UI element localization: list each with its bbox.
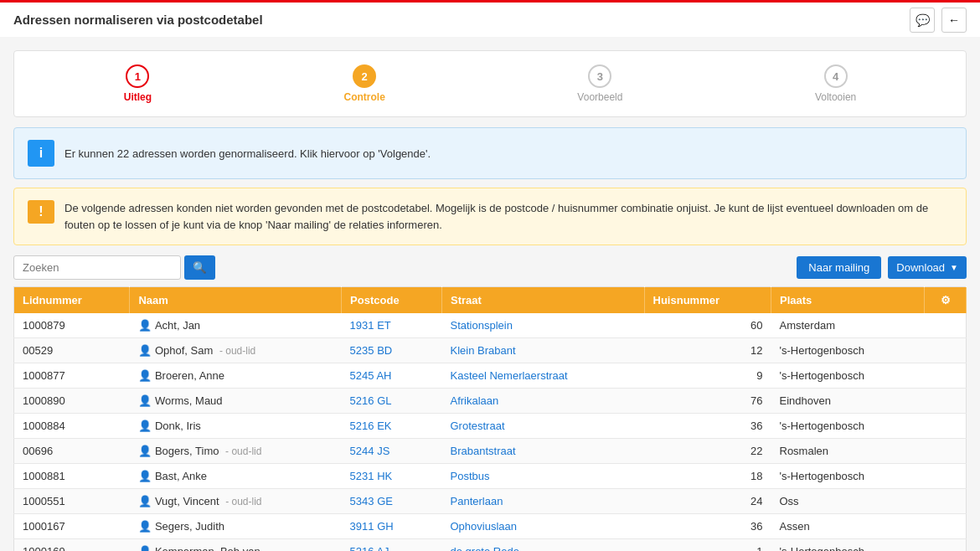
postcode-link[interactable]: 5216 GL	[350, 394, 392, 407]
cell-straat: Grotestraat	[442, 414, 645, 439]
cell-plaats: Oss	[771, 489, 925, 514]
cell-naam: 👤Kemperman, Bob van	[130, 539, 342, 552]
download-button[interactable]: Download ▼	[888, 256, 967, 279]
postcode-link[interactable]: 1931 ET	[350, 319, 391, 332]
straat-link[interactable]: Kasteel Nemerlaerstraat	[451, 369, 568, 382]
cell-straat: Brabantstraat	[442, 439, 645, 464]
cell-lidnummer: 00529	[14, 338, 130, 363]
cell-naam: 👤Donk, Iris	[130, 414, 342, 439]
straat-link[interactable]: Panterlaan	[451, 495, 503, 507]
cell-actions	[925, 464, 967, 489]
table-row: 00529 👤Ophof, Sam - oud-lid 5235 BD Klei…	[14, 338, 967, 363]
cell-postcode: 1931 ET	[342, 313, 442, 338]
postcode-link[interactable]: 5216 EK	[350, 420, 392, 432]
postcode-link[interactable]: 5244 JS	[350, 445, 390, 457]
cell-actions	[925, 514, 967, 539]
cell-postcode: 5216 AJ	[342, 539, 442, 552]
step-2[interactable]: 2 Controle	[344, 64, 385, 103]
step-3[interactable]: 3 Voorbeeld	[577, 64, 622, 103]
table-row: 1000167 👤Segers, Judith 3911 GH Ophovius…	[14, 514, 967, 539]
cell-plaats: 's-Hertogenbosch	[771, 539, 925, 552]
naar-mailing-button[interactable]: Naar mailing	[797, 256, 881, 279]
cell-plaats: Rosmalen	[771, 439, 925, 464]
col-naam: Naam	[130, 287, 342, 314]
postcode-link[interactable]: 3911 GH	[350, 520, 394, 533]
step-4[interactable]: 4 Voltooien	[815, 64, 856, 103]
cell-plaats: 's-Hertogenbosch	[771, 414, 925, 439]
person-icon: 👤	[138, 394, 152, 407]
cell-naam: 👤Vugt, Vincent - oud-lid	[130, 489, 342, 514]
chat-button[interactable]: 💬	[910, 8, 935, 33]
search-input[interactable]	[13, 255, 181, 280]
cell-huisnummer: 24	[644, 489, 771, 514]
col-postcode: Postcode	[342, 287, 442, 314]
straat-link[interactable]: Postbus	[451, 470, 490, 482]
postcode-link[interactable]: 5245 AH	[350, 369, 392, 382]
header-icons: 💬 ←	[910, 8, 967, 33]
cell-postcode: 5216 EK	[342, 414, 442, 439]
table-row: 1000884 👤Donk, Iris 5216 EK Grotestraat …	[14, 414, 967, 439]
step-1[interactable]: 1 Uitleg	[124, 64, 152, 103]
cell-huisnummer: 60	[644, 313, 771, 338]
cell-straat: Kasteel Nemerlaerstraat	[442, 363, 645, 389]
cell-actions	[925, 439, 967, 464]
straat-link[interactable]: Brabantstraat	[451, 445, 516, 457]
cell-lidnummer: 1000881	[14, 464, 130, 489]
cell-huisnummer: 9	[644, 363, 771, 389]
cell-plaats: 's-Hertogenbosch	[771, 464, 925, 489]
cell-huisnummer: 36	[644, 414, 771, 439]
table-row: 1000879 👤Acht, Jan 1931 ET Stationsplein…	[14, 313, 967, 338]
straat-link[interactable]: Klein Brabant	[451, 344, 516, 357]
col-settings[interactable]: ⚙	[925, 287, 967, 314]
cell-actions	[925, 338, 967, 363]
search-button[interactable]: 🔍	[184, 255, 215, 280]
cell-actions	[925, 489, 967, 514]
straat-link[interactable]: Stationsplein	[451, 319, 513, 332]
table-row: 00696 👤Bogers, Timo - oud-lid 5244 JS Br…	[14, 439, 967, 464]
table-header-row: Lidnummer Naam Postcode Straat Huisnumme…	[14, 287, 967, 314]
step-3-circle: 3	[588, 64, 611, 88]
person-icon: 👤	[138, 445, 152, 457]
cell-postcode: 5235 BD	[342, 338, 442, 363]
cell-lidnummer: 1000169	[14, 539, 130, 552]
cell-straat: Ophoviuslaan	[442, 514, 645, 539]
cell-straat: Klein Brabant	[442, 338, 645, 363]
app-wrapper: Adressen normaliseren via postcodetabel …	[0, 0, 980, 551]
cell-lidnummer: 00696	[14, 439, 130, 464]
postcode-link[interactable]: 5216 AJ	[350, 545, 389, 551]
info-icon: i	[28, 140, 54, 167]
cell-postcode: 5343 GE	[342, 489, 442, 514]
back-button[interactable]: ←	[941, 8, 967, 33]
cell-actions	[925, 389, 967, 414]
cell-huisnummer: 76	[644, 389, 771, 414]
postcode-link[interactable]: 5235 BD	[350, 344, 393, 357]
cell-huisnummer: 22	[644, 439, 771, 464]
toolbar: 🔍 Naar mailing Download ▼	[13, 255, 967, 280]
cell-straat: de grote Rede	[442, 539, 645, 552]
postcode-link[interactable]: 5231 HK	[350, 470, 393, 482]
download-label: Download	[896, 261, 945, 274]
cell-plaats: Eindhoven	[771, 389, 925, 414]
person-icon: 👤	[138, 520, 152, 533]
straat-link[interactable]: de grote Rede	[451, 545, 519, 551]
person-icon: 👤	[138, 545, 152, 551]
cell-naam: 👤Acht, Jan	[130, 313, 342, 338]
postcode-link[interactable]: 5343 GE	[350, 495, 393, 507]
table-row: 1000169 👤Kemperman, Bob van 5216 AJ de g…	[14, 539, 967, 552]
person-icon: 👤	[138, 495, 152, 507]
cell-straat: Stationsplein	[442, 313, 645, 338]
step-4-label: Voltooien	[815, 91, 856, 103]
cell-lidnummer: 1000877	[14, 363, 130, 389]
col-huisnummer: Huisnummer	[644, 287, 771, 314]
cell-naam: 👤Broeren, Anne	[130, 363, 342, 389]
cell-postcode: 5245 AH	[342, 363, 442, 389]
cell-naam: 👤Ophof, Sam - oud-lid	[130, 338, 342, 363]
step-1-label: Uitleg	[124, 91, 152, 103]
step-2-label: Controle	[344, 91, 385, 103]
straat-link[interactable]: Grotestraat	[451, 420, 505, 432]
straat-link[interactable]: Ophoviuslaan	[451, 520, 518, 533]
cell-postcode: 3911 GH	[342, 514, 442, 539]
cell-lidnummer: 1000884	[14, 414, 130, 439]
straat-link[interactable]: Afrikalaan	[451, 394, 499, 407]
cell-naam: 👤Worms, Maud	[130, 389, 342, 414]
